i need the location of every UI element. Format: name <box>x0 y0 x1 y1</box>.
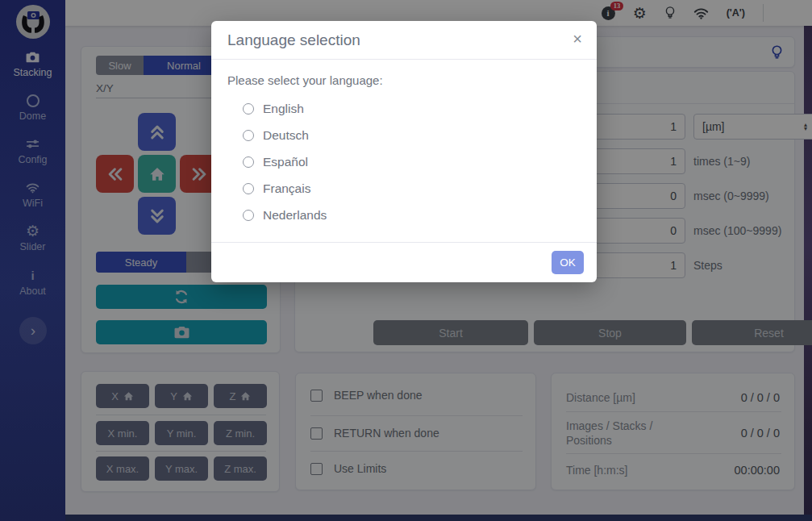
radio-label: English <box>263 99 304 119</box>
language-option-nederlands[interactable]: Nederlands <box>243 206 581 225</box>
radio-icon <box>243 103 254 115</box>
language-option-english[interactable]: English <box>243 99 581 119</box>
modal-body: Please select your language: English Deu… <box>211 60 597 235</box>
radio-label: Deutsch <box>263 126 309 145</box>
modal-title: Language selection <box>227 31 581 49</box>
radio-icon <box>243 210 254 221</box>
radio-label: Español <box>263 152 308 172</box>
app-screen: Stacking Dome Config WiFi <box>0 0 812 521</box>
ok-button[interactable]: OK <box>552 251 584 274</box>
radio-label: Français <box>263 179 310 198</box>
modal-header: Language selection × <box>211 21 597 60</box>
close-icon[interactable]: × <box>569 27 585 50</box>
language-prompt: Please select your language: <box>227 73 581 87</box>
language-option-francais[interactable]: Français <box>243 179 581 198</box>
language-selection-modal: Language selection × Please select your … <box>211 21 597 282</box>
language-option-espanol[interactable]: Español <box>243 152 581 172</box>
radio-label: Nederlands <box>263 206 327 225</box>
radio-icon <box>243 156 254 168</box>
language-option-deutsch[interactable]: Deutsch <box>243 126 581 145</box>
radio-icon <box>243 183 254 194</box>
radio-icon <box>243 130 254 141</box>
modal-footer: OK <box>211 242 597 282</box>
